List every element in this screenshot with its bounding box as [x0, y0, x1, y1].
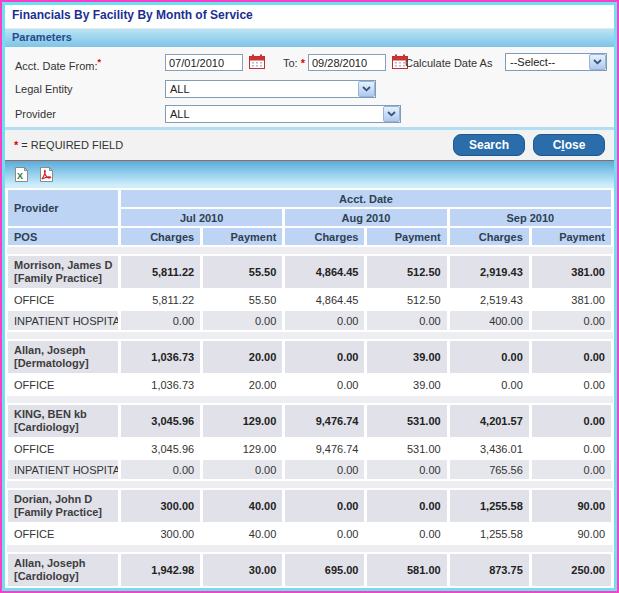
month-header: Jul 2010 [120, 208, 284, 227]
pos-label-cell: OFFICE [7, 374, 120, 395]
amount-cell: 90.00 [530, 489, 612, 523]
provider-name: Morrison, James D [14, 259, 112, 272]
amount-cell: 129.00 [202, 404, 284, 438]
amount-cell: 0.00 [284, 489, 366, 523]
app-window: Financials By Facility By Month of Servi… [0, 0, 619, 593]
financials-table: Provider Acct. Date Jul 2010 Aug 2010 Se… [5, 188, 614, 591]
amount-cell: 1,036.73 [120, 340, 202, 374]
amount-cell: 5,811.22 [120, 289, 202, 310]
provider-select[interactable]: ALL [165, 105, 401, 123]
provider-specialty: [Cardiology] [14, 570, 112, 583]
close-button[interactable]: Close [533, 134, 605, 156]
amount-cell: 0.00 [530, 438, 612, 459]
search-button[interactable]: Search [453, 134, 525, 156]
amount-cell: 0.00 [284, 523, 366, 544]
amount-cell: 9,476.74 [284, 404, 366, 438]
amount-cell: 4,201.57 [448, 404, 530, 438]
provider-specialty: [Family Practice] [14, 506, 112, 519]
provider-total-row: Morrison, James D[Family Practice]5,811.… [7, 255, 613, 289]
chevron-down-icon [383, 106, 400, 122]
parameters-form: Acct. Date From:* To: * [5, 47, 614, 127]
pos-row: OFFICE1,942.9830.00695.00581.00873.75250… [7, 587, 613, 591]
chevron-down-icon [358, 81, 375, 97]
calculate-date-as-select[interactable]: --Select-- [505, 53, 607, 71]
calendar-icon[interactable] [248, 54, 265, 70]
parameters-title: Parameters [12, 31, 72, 43]
svg-text:X: X [17, 171, 23, 181]
pos-label-cell: OFFICE [7, 289, 120, 310]
amount-cell: 40.00 [202, 489, 284, 523]
required-field-note: * = REQUIRED FIELD [14, 139, 123, 151]
select-value: ALL [166, 83, 190, 95]
export-toolbar: X [5, 160, 614, 188]
provider-specialty: [Cardiology] [14, 421, 112, 434]
amount-cell: 0.00 [530, 459, 612, 480]
amount-cell: 512.50 [366, 255, 448, 289]
amount-cell: 0.00 [202, 459, 284, 480]
parameters-section-header: Parameters [5, 28, 614, 47]
provider-specialty: [Family Practice] [14, 272, 112, 285]
select-value: ALL [166, 108, 190, 120]
amount-cell: 0.00 [202, 310, 284, 331]
amount-cell: 581.00 [366, 587, 448, 591]
spacer-row [7, 246, 613, 255]
payment-column-header: Payment [202, 227, 284, 246]
charges-column-header: Charges [448, 227, 530, 246]
amount-cell: 873.75 [448, 587, 530, 591]
amount-cell: 20.00 [202, 340, 284, 374]
amount-cell: 2,919.43 [448, 255, 530, 289]
pos-column-header: POS [7, 227, 120, 246]
amount-cell: 55.50 [202, 289, 284, 310]
amount-cell: 531.00 [366, 438, 448, 459]
amount-cell: 4,864.45 [284, 289, 366, 310]
amount-cell: 90.00 [530, 523, 612, 544]
amount-cell: 129.00 [202, 438, 284, 459]
amount-cell: 531.00 [366, 404, 448, 438]
amount-cell: 0.00 [120, 310, 202, 331]
amount-cell: 39.00 [366, 374, 448, 395]
spacer-cell [7, 544, 613, 553]
acct-date-to-input[interactable] [308, 54, 386, 71]
pos-label-cell: INPATIENT HOSPITAL [7, 459, 120, 480]
amount-cell: 30.00 [202, 553, 284, 587]
provider-name: Dorian, John D [14, 493, 112, 506]
pos-row: OFFICE5,811.2255.504,864.45512.502,519.4… [7, 289, 613, 310]
spacer-cell [7, 480, 613, 489]
pos-label-cell: OFFICE [7, 438, 120, 459]
spacer-row [7, 395, 613, 404]
amount-cell: 0.00 [530, 374, 612, 395]
amount-cell: 765.56 [448, 459, 530, 480]
provider-name-cell: Allan, Joseph[Cardiology] [7, 553, 120, 587]
acct-date-from-input[interactable] [165, 54, 243, 71]
amount-cell: 250.00 [530, 587, 612, 591]
provider-specialty: [Dermatology] [14, 357, 112, 370]
amount-cell: 0.00 [448, 374, 530, 395]
amount-cell: 0.00 [366, 489, 448, 523]
spacer-row [7, 544, 613, 553]
amount-cell: 55.50 [202, 255, 284, 289]
amount-cell: 1,942.98 [120, 553, 202, 587]
export-pdf-icon[interactable] [37, 166, 55, 184]
provider-name: Allan, Joseph [14, 557, 112, 570]
export-excel-icon[interactable]: X [12, 166, 30, 184]
amount-cell: 1,942.98 [120, 587, 202, 591]
pos-row: INPATIENT HOSPITAL0.000.000.000.00400.00… [7, 310, 613, 331]
amount-cell: 400.00 [448, 310, 530, 331]
amount-cell: 0.00 [366, 310, 448, 331]
amount-cell: 1,255.58 [448, 523, 530, 544]
provider-total-row: Allan, Joseph[Dermatology]1,036.7320.000… [7, 340, 613, 374]
calendar-icon-glyph [249, 54, 265, 69]
provider-name-cell: KING, BEN kb[Cardiology] [7, 404, 120, 438]
charges-column-header: Charges [284, 227, 366, 246]
amount-cell: 0.00 [448, 340, 530, 374]
window-content: Financials By Facility By Month of Servi… [2, 2, 617, 591]
legal-entity-select[interactable]: ALL [165, 80, 376, 98]
table-body: Morrison, James D[Family Practice]5,811.… [7, 246, 613, 591]
amount-cell: 1,255.58 [448, 489, 530, 523]
table-header-row: Provider Acct. Date [7, 189, 613, 208]
amount-cell: 0.00 [530, 340, 612, 374]
amount-cell: 300.00 [120, 523, 202, 544]
pos-row: OFFICE1,036.7320.000.0039.000.000.00 [7, 374, 613, 395]
acct-date-header: Acct. Date [120, 189, 613, 208]
provider-total-row: KING, BEN kb[Cardiology]3,045.96129.009,… [7, 404, 613, 438]
